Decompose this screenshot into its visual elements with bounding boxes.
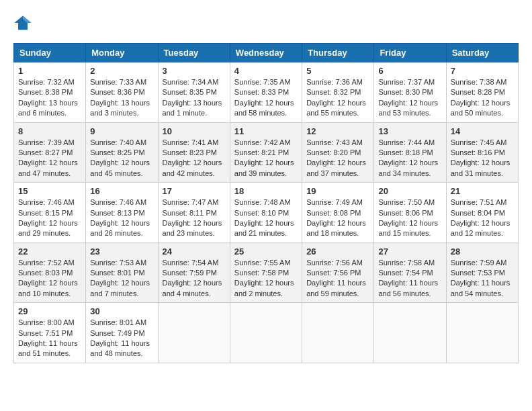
cell-info: Sunrise: 7:48 AM Sunset: 8:10 PM Dayligh… — [234, 197, 298, 239]
day-number: 24 — [163, 246, 226, 257]
calendar-cell: 12Sunrise: 7:43 AM Sunset: 8:20 PM Dayli… — [302, 122, 374, 183]
cell-info: Sunrise: 7:35 AM Sunset: 8:33 PM Dayligh… — [234, 77, 298, 119]
day-number: 26 — [306, 246, 369, 257]
week-row-1: 1Sunrise: 7:32 AM Sunset: 8:38 PM Daylig… — [14, 62, 519, 123]
cell-info: Sunrise: 7:44 AM Sunset: 8:18 PM Dayligh… — [378, 138, 441, 179]
week-row-3: 15Sunrise: 7:46 AM Sunset: 8:15 PM Dayli… — [14, 183, 519, 243]
day-number: 25 — [234, 246, 298, 257]
cell-info: Sunrise: 7:40 AM Sunset: 8:25 PM Dayligh… — [90, 138, 153, 179]
column-header-sunday: Sunday — [14, 44, 86, 62]
cell-info: Sunrise: 7:47 AM Sunset: 8:11 PM Dayligh… — [163, 197, 226, 239]
calendar-cell: 11Sunrise: 7:42 AM Sunset: 8:21 PM Dayli… — [230, 122, 302, 183]
day-number: 13 — [378, 126, 441, 136]
cell-info: Sunrise: 7:43 AM Sunset: 8:20 PM Dayligh… — [306, 138, 369, 179]
calendar-cell: 20Sunrise: 7:50 AM Sunset: 8:06 PM Dayli… — [374, 183, 446, 243]
day-number: 23 — [90, 246, 153, 257]
day-number: 14 — [451, 126, 514, 136]
column-header-saturday: Saturday — [446, 44, 518, 62]
day-number: 6 — [378, 66, 441, 76]
day-number: 10 — [163, 126, 226, 136]
calendar-cell: 22Sunrise: 7:52 AM Sunset: 8:03 PM Dayli… — [14, 242, 86, 303]
calendar-cell: 27Sunrise: 7:58 AM Sunset: 7:54 PM Dayli… — [374, 242, 446, 303]
cell-info: Sunrise: 7:38 AM Sunset: 8:28 PM Dayligh… — [451, 77, 514, 119]
calendar-cell: 17Sunrise: 7:47 AM Sunset: 8:11 PM Dayli… — [158, 183, 230, 243]
cell-info: Sunrise: 7:32 AM Sunset: 8:38 PM Dayligh… — [18, 77, 81, 119]
cell-info: Sunrise: 8:00 AM Sunset: 7:51 PM Dayligh… — [18, 318, 81, 359]
cell-info: Sunrise: 7:55 AM Sunset: 7:58 PM Dayligh… — [234, 258, 298, 300]
week-row-5: 29Sunrise: 8:00 AM Sunset: 7:51 PM Dayli… — [14, 303, 519, 363]
calendar-cell: 15Sunrise: 7:46 AM Sunset: 8:15 PM Dayli… — [14, 183, 86, 243]
calendar-cell: 18Sunrise: 7:48 AM Sunset: 8:10 PM Dayli… — [230, 183, 302, 243]
calendar-cell: 3Sunrise: 7:34 AM Sunset: 8:35 PM Daylig… — [158, 62, 230, 123]
calendar-cell: 26Sunrise: 7:56 AM Sunset: 7:56 PM Dayli… — [302, 242, 374, 303]
cell-info: Sunrise: 7:49 AM Sunset: 8:08 PM Dayligh… — [306, 197, 369, 239]
day-number: 21 — [451, 186, 514, 196]
cell-info: Sunrise: 7:59 AM Sunset: 7:53 PM Dayligh… — [451, 258, 514, 300]
day-number: 20 — [378, 186, 441, 196]
calendar-cell: 8Sunrise: 7:39 AM Sunset: 8:27 PM Daylig… — [14, 122, 86, 183]
calendar-cell — [158, 303, 230, 363]
day-number: 1 — [18, 66, 81, 76]
day-number: 7 — [451, 66, 514, 76]
day-number: 29 — [18, 306, 81, 316]
day-number: 4 — [234, 66, 298, 76]
calendar-cell: 1Sunrise: 7:32 AM Sunset: 8:38 PM Daylig… — [14, 62, 86, 123]
day-number: 22 — [18, 246, 81, 257]
calendar-cell — [446, 303, 518, 363]
cell-info: Sunrise: 7:51 AM Sunset: 8:04 PM Dayligh… — [451, 197, 514, 239]
calendar: SundayMondayTuesdayWednesdayThursdayFrid… — [13, 43, 519, 363]
week-row-2: 8Sunrise: 7:39 AM Sunset: 8:27 PM Daylig… — [14, 122, 519, 183]
day-number: 16 — [90, 186, 153, 196]
calendar-cell: 30Sunrise: 8:01 AM Sunset: 7:49 PM Dayli… — [86, 303, 158, 363]
cell-info: Sunrise: 7:42 AM Sunset: 8:21 PM Dayligh… — [234, 138, 298, 179]
cell-info: Sunrise: 7:45 AM Sunset: 8:16 PM Dayligh… — [451, 138, 514, 179]
day-number: 11 — [234, 126, 298, 136]
cell-info: Sunrise: 7:50 AM Sunset: 8:06 PM Dayligh… — [378, 197, 441, 239]
calendar-cell: 4Sunrise: 7:35 AM Sunset: 8:33 PM Daylig… — [230, 62, 302, 123]
cell-info: Sunrise: 7:41 AM Sunset: 8:23 PM Dayligh… — [163, 138, 226, 179]
cell-info: Sunrise: 7:54 AM Sunset: 7:59 PM Dayligh… — [163, 258, 226, 300]
day-number: 9 — [90, 126, 153, 136]
calendar-cell — [230, 303, 302, 363]
calendar-cell: 28Sunrise: 7:59 AM Sunset: 7:53 PM Dayli… — [446, 242, 518, 303]
calendar-cell: 29Sunrise: 8:00 AM Sunset: 7:51 PM Dayli… — [14, 303, 86, 363]
cell-info: Sunrise: 7:37 AM Sunset: 8:30 PM Dayligh… — [378, 77, 441, 119]
cell-info: Sunrise: 7:52 AM Sunset: 8:03 PM Dayligh… — [18, 258, 81, 300]
cell-info: Sunrise: 7:36 AM Sunset: 8:32 PM Dayligh… — [306, 77, 369, 119]
calendar-cell: 9Sunrise: 7:40 AM Sunset: 8:25 PM Daylig… — [86, 122, 158, 183]
cell-info: Sunrise: 7:46 AM Sunset: 8:13 PM Dayligh… — [90, 197, 153, 239]
calendar-cell: 21Sunrise: 7:51 AM Sunset: 8:04 PM Dayli… — [446, 183, 518, 243]
cell-info: Sunrise: 7:39 AM Sunset: 8:27 PM Dayligh… — [18, 138, 81, 179]
column-header-tuesday: Tuesday — [158, 44, 230, 62]
day-number: 2 — [90, 66, 153, 76]
calendar-cell: 14Sunrise: 7:45 AM Sunset: 8:16 PM Dayli… — [446, 122, 518, 183]
day-number: 15 — [18, 186, 81, 196]
cell-info: Sunrise: 7:56 AM Sunset: 7:56 PM Dayligh… — [306, 258, 369, 300]
calendar-cell — [374, 303, 446, 363]
calendar-cell — [302, 303, 374, 363]
calendar-cell: 2Sunrise: 7:33 AM Sunset: 8:36 PM Daylig… — [86, 62, 158, 123]
calendar-cell: 19Sunrise: 7:49 AM Sunset: 8:08 PM Dayli… — [302, 183, 374, 243]
day-number: 18 — [234, 186, 298, 196]
day-number: 3 — [163, 66, 226, 76]
day-number: 28 — [451, 246, 514, 257]
calendar-cell: 25Sunrise: 7:55 AM Sunset: 7:58 PM Dayli… — [230, 242, 302, 303]
day-number: 30 — [90, 306, 153, 316]
cell-info: Sunrise: 7:34 AM Sunset: 8:35 PM Dayligh… — [163, 77, 226, 119]
day-number: 5 — [306, 66, 369, 76]
calendar-cell: 5Sunrise: 7:36 AM Sunset: 8:32 PM Daylig… — [302, 62, 374, 123]
day-number: 12 — [306, 126, 369, 136]
day-number: 8 — [18, 126, 81, 136]
cell-info: Sunrise: 8:01 AM Sunset: 7:49 PM Dayligh… — [90, 318, 153, 359]
calendar-cell: 6Sunrise: 7:37 AM Sunset: 8:30 PM Daylig… — [374, 62, 446, 123]
calendar-cell: 23Sunrise: 7:53 AM Sunset: 8:01 PM Dayli… — [86, 242, 158, 303]
cell-info: Sunrise: 7:58 AM Sunset: 7:54 PM Dayligh… — [378, 258, 441, 300]
calendar-cell: 7Sunrise: 7:38 AM Sunset: 8:28 PM Daylig… — [446, 62, 518, 123]
column-header-friday: Friday — [374, 44, 446, 62]
cell-info: Sunrise: 7:46 AM Sunset: 8:15 PM Dayligh… — [18, 197, 81, 239]
logo — [13, 13, 35, 32]
column-header-wednesday: Wednesday — [230, 44, 302, 62]
calendar-cell: 10Sunrise: 7:41 AM Sunset: 8:23 PM Dayli… — [158, 122, 230, 183]
day-number: 27 — [378, 246, 441, 257]
day-number: 19 — [306, 186, 369, 196]
